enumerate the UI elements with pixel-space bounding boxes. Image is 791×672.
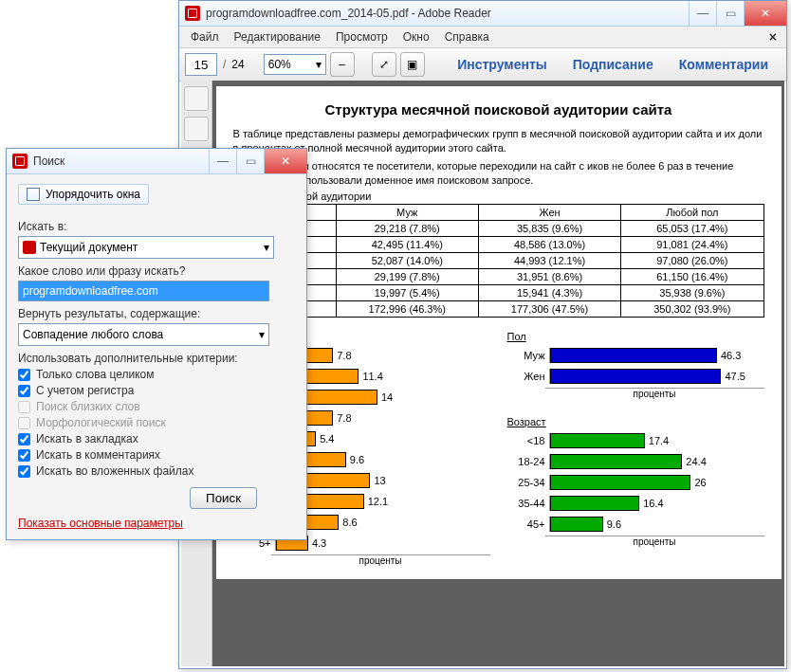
bar-value: 12.1 bbox=[368, 496, 388, 507]
page-total: 24 bbox=[231, 58, 244, 71]
bar-value: 17.4 bbox=[649, 435, 669, 446]
zoom-out-button[interactable]: – bbox=[330, 52, 355, 77]
bar-value: 7.8 bbox=[337, 412, 351, 424]
bar-value: 13 bbox=[374, 475, 385, 486]
extra-label: Использовать дополнительные критерии: bbox=[18, 352, 295, 365]
checkbox[interactable] bbox=[18, 449, 30, 462]
option-label: Искать во вложенных файлах bbox=[36, 464, 194, 478]
tools-pane[interactable]: Инструменты bbox=[445, 50, 560, 79]
axis-label: проценты bbox=[271, 554, 490, 566]
look-in-combo[interactable]: Текущий документ ▾ bbox=[18, 236, 274, 259]
search-button[interactable]: Поиск bbox=[190, 487, 257, 509]
maximize-button[interactable]: ▭ bbox=[716, 1, 744, 26]
bar-value: 14 bbox=[381, 391, 393, 403]
window-icon bbox=[27, 188, 40, 201]
bar-label: Муж bbox=[507, 350, 549, 361]
menu-view[interactable]: Просмотр bbox=[328, 28, 396, 45]
checkbox[interactable] bbox=[18, 385, 30, 397]
option-label: Морфологический поиск bbox=[36, 416, 166, 429]
bar-label: 18-24 bbox=[507, 456, 549, 467]
page-title: Структура месячной поисковой аудитории с… bbox=[233, 101, 764, 118]
table-row: 25-3452,087 (14.0%)44,993 (12.1%)97,080 … bbox=[233, 253, 763, 269]
checkbox[interactable] bbox=[18, 433, 30, 445]
bar-row: 35-4416.4 bbox=[507, 494, 764, 513]
chart-sex: ПолМуж46.3Жен47.5проценты bbox=[507, 331, 764, 399]
bar-value: 47.5 bbox=[725, 371, 745, 382]
bar-label: 25-34 bbox=[507, 477, 549, 488]
bar bbox=[550, 454, 683, 469]
close-button[interactable]: ✕ bbox=[744, 1, 786, 26]
table-row: 35-4429,199 (7.8%)31,951 (8.6%)61,150 (1… bbox=[233, 269, 763, 285]
bar-row: 45+9.6 bbox=[507, 515, 764, 534]
checkbox[interactable] bbox=[18, 369, 30, 381]
bar-value: 16.4 bbox=[643, 498, 663, 509]
arrange-windows-button[interactable]: Упорядочить окна bbox=[18, 184, 149, 205]
bar bbox=[550, 517, 603, 532]
minimize-button[interactable]: — bbox=[689, 1, 716, 26]
page-input[interactable] bbox=[185, 53, 217, 76]
search-phrase-input[interactable] bbox=[18, 281, 269, 301]
minimize-button[interactable]: — bbox=[209, 149, 236, 173]
bar-row: 25-3426 bbox=[507, 473, 764, 492]
menu-close-icon[interactable]: × bbox=[763, 29, 782, 45]
bar-value: 7.8 bbox=[337, 350, 351, 361]
search-option[interactable]: Искать в закладках bbox=[18, 432, 295, 445]
option-label: С учетом регистра bbox=[36, 384, 134, 397]
attachments-icon[interactable] bbox=[184, 117, 209, 141]
pdf-icon bbox=[23, 241, 36, 254]
search-title: Поиск bbox=[33, 154, 209, 168]
thumbnails-icon[interactable] bbox=[184, 86, 209, 111]
chevron-down-icon: ▾ bbox=[316, 58, 322, 71]
chart-title: Возраст bbox=[507, 416, 764, 427]
bar-value: 5.4 bbox=[320, 433, 334, 445]
reader-title: programdownloadfree.com_2014-05.pdf - Ad… bbox=[206, 7, 689, 20]
menu-edit[interactable]: Редактирование bbox=[227, 28, 328, 45]
fit-button[interactable]: ⤢ bbox=[372, 52, 396, 77]
return-combo[interactable]: Совпадение любого слова▾ bbox=[18, 323, 269, 346]
checkbox bbox=[18, 417, 30, 429]
chart-age: Возраст<1817.418-2424.425-342635-4416.44… bbox=[507, 416, 764, 547]
sign-pane[interactable]: Подписание bbox=[561, 50, 666, 79]
bar-label: 45+ bbox=[507, 518, 549, 530]
maximize-button[interactable]: ▭ bbox=[236, 149, 264, 173]
close-button[interactable]: ✕ bbox=[264, 149, 306, 173]
zoom-combo[interactable]: 60%▾ bbox=[264, 54, 326, 75]
search-option[interactable]: Только слова целиком bbox=[18, 368, 295, 381]
search-option[interactable]: С учетом регистра bbox=[18, 384, 295, 397]
menu-window[interactable]: Окно bbox=[396, 28, 437, 45]
demographics-table: аст \ ПолМужЖенЛюбой пол <1829,218 (7.8%… bbox=[233, 204, 764, 318]
menu-file[interactable]: Файл bbox=[183, 28, 227, 45]
comments-pane[interactable]: Комментарии bbox=[667, 50, 781, 79]
axis-label: проценты bbox=[545, 536, 764, 547]
bar-row: Муж46.3 bbox=[507, 346, 764, 365]
checkbox[interactable] bbox=[18, 465, 30, 478]
read-mode-button[interactable]: ▣ bbox=[400, 52, 425, 77]
bar-label: <18 bbox=[507, 435, 549, 446]
look-in-label: Искать в: bbox=[18, 220, 295, 233]
table-header: Муж bbox=[336, 205, 478, 221]
bar bbox=[550, 369, 722, 384]
reader-titlebar: programdownloadfree.com_2014-05.pdf - Ad… bbox=[179, 1, 786, 27]
menu-help[interactable]: Справка bbox=[437, 28, 497, 45]
search-option[interactable]: Искать в комментариях bbox=[18, 448, 295, 462]
bar-value: 26 bbox=[694, 477, 706, 488]
search-titlebar: Поиск — ▭ ✕ bbox=[7, 149, 306, 174]
chart-right-col: ПолМуж46.3Жен47.5проценты Возраст<1817.4… bbox=[507, 331, 764, 566]
basic-params-link[interactable]: Показать основные параметры bbox=[18, 517, 183, 530]
bar bbox=[550, 348, 717, 363]
arrange-label: Упорядочить окна bbox=[46, 188, 140, 201]
bar-value: 24.4 bbox=[686, 456, 706, 467]
table-header: Любой пол bbox=[621, 205, 763, 221]
phrase-label: Какое слово или фразу искать? bbox=[18, 264, 295, 278]
table-row: 45+19,997 (5.4%)15,941 (4.3%)35,938 (9.6… bbox=[233, 285, 763, 301]
chevron-down-icon: ▾ bbox=[259, 328, 265, 341]
search-option[interactable]: Искать во вложенных файлах bbox=[18, 464, 295, 478]
bar-value: 8.6 bbox=[342, 517, 357, 528]
checkbox bbox=[18, 401, 30, 413]
table-row: ой возраст172,996 (46.3%)177,306 (47.5%)… bbox=[233, 301, 763, 318]
bar-row: 18-2424.4 bbox=[507, 452, 764, 471]
page-sep: / bbox=[223, 58, 226, 71]
chart-title: Пол bbox=[507, 331, 764, 342]
chevron-down-icon: ▾ bbox=[264, 241, 269, 254]
bar-value: 46.3 bbox=[721, 350, 741, 361]
